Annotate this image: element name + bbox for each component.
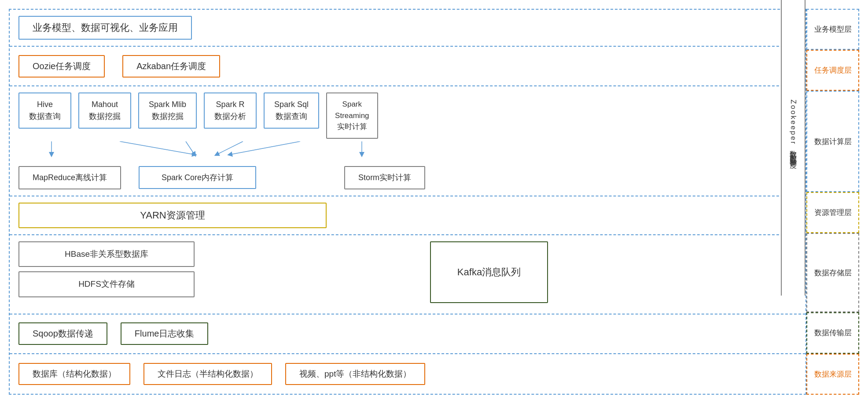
right-labels: 业务模型层 任务调度层 数据计算层 资源管理层 数据存储层 数据传输层 数据来源… bbox=[806, 9, 859, 395]
spark-mlib-box: Spark Mlib 数据挖掘 bbox=[138, 92, 197, 129]
transfer-row: Sqoop数据传递 Flume日志收集 bbox=[10, 314, 805, 354]
mapreduce-box: MapReduce离线计算 bbox=[18, 166, 121, 189]
business-model-row: 业务模型、数据可视化、业务应用 bbox=[10, 10, 805, 47]
main-diagram: 业务模型、数据可视化、业务应用 Oozie任务调度 Azkaban任务调度 Hi… bbox=[9, 9, 859, 395]
mahout-box: Mahout 数据挖掘 bbox=[78, 92, 131, 129]
label-transfer: 数据传输层 bbox=[806, 312, 859, 353]
yarn-row: YARN资源管理 bbox=[10, 196, 805, 235]
sqoop-box: Sqoop数据传递 bbox=[18, 322, 107, 345]
content-area: 业务模型、数据可视化、业务应用 Oozie任务调度 Azkaban任务调度 Hi… bbox=[9, 9, 806, 395]
arrows-svg bbox=[18, 141, 415, 163]
label-yarn: 资源管理层 bbox=[806, 192, 859, 233]
spark-r-box: Spark R 数据分析 bbox=[204, 92, 257, 129]
flume-box: Flume日志收集 bbox=[121, 322, 209, 345]
label-schedule: 任务调度层 bbox=[806, 50, 859, 91]
hbase-box: HBase非关系型数据库 bbox=[18, 241, 195, 267]
schedule-row: Oozie任务调度 Azkaban任务调度 bbox=[10, 47, 805, 86]
svg-line-1 bbox=[120, 141, 195, 155]
spark-sql-box: Spark Sql 数据查询 bbox=[264, 92, 319, 129]
hdfs-box: HDFS文件存储 bbox=[18, 271, 195, 297]
label-compute: 数据计算层 bbox=[806, 91, 859, 192]
label-storage: 数据存储层 bbox=[806, 233, 859, 312]
kafka-box: Kafka消息队列 bbox=[430, 241, 548, 303]
spark-streaming-box: Spark Streaming 实时计算 bbox=[326, 92, 378, 139]
label-business: 业务模型层 bbox=[806, 9, 859, 50]
zookeeper-bar: Zookeeper数据平台配置和调度 bbox=[781, 0, 805, 296]
storage-row: HBase非关系型数据库 HDFS文件存储 Kafka消息队列 bbox=[10, 235, 805, 314]
label-source: 数据来源层 bbox=[806, 354, 859, 395]
video-source-box: 视频、ppt等（非结构化数据） bbox=[285, 363, 425, 385]
spark-core-box: Spark Core内存计算 bbox=[139, 166, 256, 189]
storm-box: Storm实时计算 bbox=[344, 166, 425, 189]
source-row: 数据库（结构化数据） 文件日志（半结构化数据） 视频、ppt等（非结构化数据） bbox=[10, 354, 805, 394]
svg-line-4 bbox=[230, 141, 300, 155]
hive-box: Hive 数据查询 bbox=[18, 92, 71, 129]
filelog-source-box: 文件日志（半结构化数据） bbox=[143, 363, 272, 385]
db-source-box: 数据库（结构化数据） bbox=[18, 363, 130, 385]
oozie-box: Oozie任务调度 bbox=[18, 55, 105, 78]
business-model-box: 业务模型、数据可视化、业务应用 bbox=[18, 16, 192, 40]
azkaban-box: Azkaban任务调度 bbox=[122, 55, 220, 78]
compute-row: Hive 数据查询 Mahout 数据挖掘 Spark Mlib 数据挖掘 Sp… bbox=[10, 86, 805, 196]
yarn-box: YARN资源管理 bbox=[18, 203, 327, 228]
svg-line-2 bbox=[186, 141, 195, 155]
